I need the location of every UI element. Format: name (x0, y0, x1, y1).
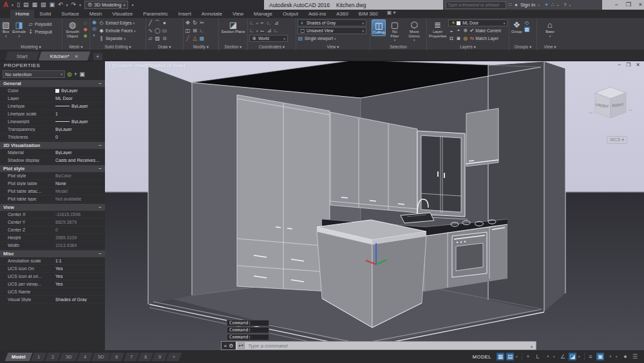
ribbon-tab-output[interactable]: Output (278, 10, 303, 18)
oven[interactable] (452, 232, 487, 277)
object-snap-angle-icon[interactable]: ∠ (559, 353, 567, 360)
mesh-refine-icon[interactable]: ◌ (82, 20, 88, 26)
ribbon-tab-addins[interactable]: Add-ins (303, 10, 331, 18)
redo-caret-icon[interactable]: ▾ (79, 3, 81, 7)
panel-caption-modeling[interactable]: Modeling ▾ (0, 44, 62, 50)
prop-row-layer[interactable]: Layer ML Door (0, 95, 105, 103)
layer-lock-icon[interactable]: ◘ (448, 35, 454, 41)
command-bar[interactable]: × ⚙ ▸▾ ▴ (221, 341, 536, 350)
layer-unlock-icon[interactable]: ◙ (455, 35, 461, 41)
collapse-icon[interactable]: − (99, 81, 102, 86)
viewcube[interactable]: FRONT RIGHT (587, 82, 634, 132)
prop-row-center-z[interactable]: Center Z 0 (0, 226, 105, 234)
isolate-objects-icon[interactable]: ● (621, 353, 629, 360)
doc-close-button[interactable]: ✕ (636, 62, 640, 68)
window[interactable] (415, 131, 468, 219)
make-current-button[interactable]: ✔ Make Current (469, 27, 500, 34)
prop-row-thickness[interactable]: Thickness 0 (0, 133, 105, 141)
mirror-icon[interactable]: ⊞ (192, 28, 198, 34)
pickadd-toggle-icon[interactable]: ◍ (67, 71, 72, 77)
extract-edges-button[interactable]: ◇ Extract Edges▾ (99, 19, 135, 26)
snap-mode-icon[interactable]: ▤ (506, 353, 514, 360)
viewport-controls-label[interactable]: [-][Custom View][Shades of Gray] (109, 63, 185, 68)
prop-row-color[interactable]: Color ByLayer (0, 87, 105, 95)
layout-tab-2[interactable]: 2 (44, 353, 61, 361)
layout-tab-4[interactable]: 4 (77, 353, 93, 361)
array-icon[interactable]: ▦ (199, 35, 205, 41)
base-button[interactable]: ⌂ Base▾ (545, 19, 555, 39)
collapse-icon[interactable]: − (99, 142, 102, 148)
prop-row-plot-table-attached[interactable]: Plot table attac... Model (0, 188, 105, 195)
help-caret-icon[interactable]: ▾ (569, 3, 573, 7)
open-file-icon[interactable]: ▤ (23, 2, 29, 8)
scale-icon[interactable]: △ (192, 35, 198, 41)
save-as-icon[interactable]: ▧ (41, 2, 46, 8)
polar-tracking-icon[interactable]: ◔ (544, 353, 551, 360)
separate-button[interactable]: ∥ Separate▾ (99, 35, 135, 42)
isodraft-caret-icon[interactable]: ▾ (578, 355, 582, 358)
polysolid-button[interactable]: ▱ Polysolid (28, 21, 52, 28)
presspull-button[interactable]: ↧ Presspull (28, 28, 52, 35)
ribbon-tab-a360[interactable]: A360 (331, 10, 354, 18)
section-header-plot-style[interactable]: Plot style− (0, 164, 105, 172)
section-header-3d-visualization[interactable]: 3D Visualization− (0, 141, 105, 149)
polar-caret-icon[interactable]: ▾ (553, 355, 557, 358)
isometric-drafting-icon[interactable]: ◪ (569, 353, 576, 360)
extrude-faces-button[interactable]: ◆ Extrude Faces▾ (99, 27, 135, 34)
ucs-combo[interactable]: ⊕ World ▾ (249, 35, 288, 42)
dynamic-input-icon[interactable]: + (524, 353, 532, 360)
search-binoculars-icon[interactable]: ∷ (509, 2, 512, 8)
ucs-named-icon[interactable]: ∟ (274, 28, 279, 34)
layout-tab-3d[interactable]: 3D (59, 353, 79, 361)
a360-icon[interactable]: ✦ (544, 2, 549, 8)
layer-isolate-icon[interactable]: ◓ (455, 28, 461, 34)
layer-walk-icon[interactable]: ◍ (462, 35, 468, 41)
panel-caption-section[interactable]: Section ▾ (219, 44, 247, 50)
keyword-search[interactable] (446, 1, 506, 9)
prop-row-plot-style-table[interactable]: Plot style table None (0, 180, 105, 188)
group-edit-icon[interactable]: ▩ (524, 26, 530, 32)
search-input[interactable] (446, 3, 506, 7)
prop-row-linetype[interactable]: Linetype ByLayer (0, 103, 105, 110)
command-expand-caret-icon[interactable]: ▴ (531, 344, 534, 348)
prop-row-center-y[interactable]: Center Y 8829.3879 (0, 219, 105, 226)
plot-icon[interactable]: ▣ (49, 2, 55, 8)
panel-caption-view[interactable]: View ▾ (296, 44, 370, 50)
quick-select-icon[interactable]: ▣ (79, 71, 85, 77)
new-file-icon[interactable]: ▯ (17, 2, 20, 8)
mesh-crease-icon[interactable]: ◆ (82, 26, 88, 32)
new-layout-button[interactable]: + (166, 353, 182, 361)
panel-caption-view-right[interactable]: View ▾ (537, 44, 563, 50)
annotation-monitor-icon[interactable]: ≡ (587, 353, 594, 360)
ortho-mode-icon[interactable]: L (534, 353, 542, 360)
layer-freeze-icon[interactable]: ❄ (462, 28, 468, 34)
kitchen-3d-model[interactable] (105, 61, 644, 350)
arc-icon[interactable]: ⌒ (155, 20, 160, 26)
panel-caption-mesh[interactable]: Mesh ▾ (62, 44, 90, 50)
right-upper-cabinet[interactable] (466, 108, 498, 166)
save-icon[interactable]: ▦ (32, 2, 37, 8)
layer-properties-button[interactable]: ≣ Layer Properties (428, 19, 447, 39)
hatch-icon[interactable]: ▨ (155, 35, 160, 41)
no-filter-button[interactable]: ▢ No Filter▾ (387, 19, 402, 43)
ucs-origin-icon[interactable]: ∟ (249, 28, 255, 34)
section-plane-button[interactable]: ◪ Section Plane (220, 19, 245, 35)
layout-tab-6[interactable]: 6 (109, 353, 125, 361)
ribbon-tab-solid[interactable]: Solid (34, 10, 56, 18)
close-button[interactable]: × (639, 1, 642, 8)
layout-tab-7[interactable]: 7 (123, 353, 139, 361)
sign-in-caret-icon[interactable]: ▾ (538, 3, 542, 7)
qat-customize-caret-icon[interactable]: ▾ (131, 3, 133, 7)
ribbon-display-toggle-icon[interactable]: ▣ ▾ (383, 10, 400, 18)
prop-row-annotation-scale[interactable]: Annotation scale 1:1 (0, 257, 105, 265)
left-wall[interactable] (148, 66, 192, 304)
ucs-face-icon[interactable]: ⊿ (274, 20, 279, 26)
help-icon[interactable]: ? (564, 2, 566, 8)
new-drawing-tab-button[interactable]: + (93, 53, 102, 61)
move-gizmo-button[interactable]: ⬡ Move Gizmo▾ (404, 19, 425, 43)
mesh-smooth-more-icon[interactable]: ◈ (82, 33, 88, 39)
ribbon-tab-annotate[interactable]: Annotate (196, 10, 227, 18)
intersect-icon[interactable]: ◐ (91, 32, 97, 38)
sign-in-button[interactable]: Sign In (520, 2, 535, 8)
layout-tab-8[interactable]: 8 (137, 353, 153, 361)
